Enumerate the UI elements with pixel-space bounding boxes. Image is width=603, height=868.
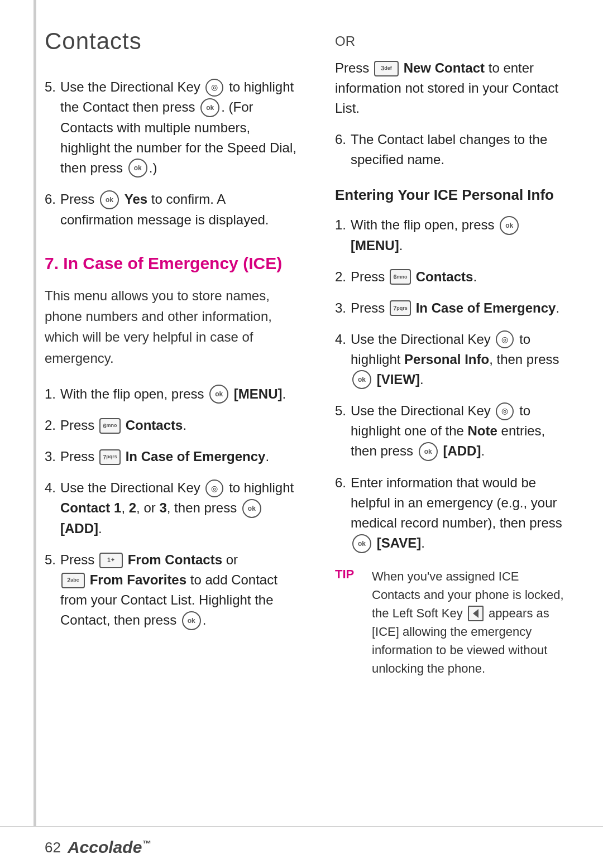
contact-2-label: 2 [129, 500, 136, 515]
menu-label: [MENU] [234, 386, 283, 401]
list-text: Use the Directional Key ◎ to highlight o… [351, 401, 570, 462]
section-heading-ice: 7. In Case of Emergency (ICE) [45, 252, 302, 274]
list-num: 2. [335, 267, 346, 287]
list-num: 6. [335, 473, 346, 554]
add-label-r: [ADD] [443, 443, 481, 458]
footer-page-number: 62 [45, 839, 61, 856]
from-favorites-label: From Favorites [90, 572, 186, 587]
new-contact-label: New Contact [404, 60, 485, 75]
new-contact-text: Press 3def New Contact to enter informat… [335, 58, 570, 118]
directional-key-icon: ◎ [205, 79, 223, 97]
ok-button-icon-9: ok [419, 442, 438, 461]
list-text: Press 7pqrs In Case of Emergency. [351, 298, 570, 318]
footer-brand: Accolade™ [68, 838, 151, 857]
left-column: Contacts 5. Use the Directional Key ◎ Us… [45, 28, 302, 826]
list-text: Use the Directional Key ◎ to highlight C… [60, 478, 302, 539]
ok-button-icon-7: ok [500, 216, 519, 235]
contact-label: Contact 1 [60, 500, 121, 515]
list-num: 6. [335, 130, 346, 170]
right-list-item-4: 4. Use the Directional Key ◎ to highligh… [335, 329, 570, 390]
list-item-5: 5. Press 1✦ From Contacts or 2abc From F… [45, 550, 302, 631]
list-num: 1. [335, 215, 346, 256]
7pqrs-key-icon: 7pqrs [99, 449, 121, 465]
tip-section: TIP When you've assigned ICE Contacts an… [335, 567, 570, 678]
contacts-label: Contacts [126, 418, 183, 433]
right-list-item-3: 3. Press 7pqrs In Case of Emergency. [335, 298, 570, 318]
in-case-label-r: In Case of Emergency [416, 300, 556, 315]
list-item-1: 1. With the flip open, press ok [MENU]. [45, 384, 302, 405]
list-num: 5. [45, 77, 56, 178]
list-text: The Contact label changes to the specifi… [351, 130, 570, 170]
list-text: With the flip open, press ok [MENU]. [351, 215, 570, 256]
ok-button-icon: ok [200, 98, 219, 117]
menu-label-r: [MENU] [351, 238, 399, 253]
ok-button-icon-6: ok [182, 611, 201, 630]
note-label: Note [468, 423, 497, 438]
left-accent-bar [34, 0, 36, 826]
list-text: Use the Directional Key ◎ to highlight P… [351, 329, 570, 390]
directional-key-icon-r2: ◎ [496, 402, 514, 420]
subsection-heading: Entering Your ICE Personal Info [335, 186, 570, 204]
right-list-item-2: 2. Press 6mno Contacts. [335, 267, 570, 287]
list-item-3: 3. Press 7pqrs In Case of Emergency. [45, 447, 302, 467]
right-list-item-6: 6. Enter information that would be helpf… [335, 473, 570, 554]
in-case-label: In Case of Emergency [126, 449, 266, 464]
list-num: 4. [45, 478, 56, 539]
list-text: Press 6mno Contacts. [351, 267, 570, 287]
ok-button-icon-8: ok [352, 370, 371, 389]
list-item-5-continuing: 5. Use the Directional Key ◎ Use the Dir… [45, 77, 302, 178]
list-text: Press ok Yes to confirm. A confirmation … [60, 189, 302, 230]
list-num: 5. [335, 401, 346, 462]
contact-3-label: 3 [159, 500, 166, 515]
section-intro: This menu allows you to store names, pho… [45, 285, 302, 368]
6mno-key-icon: 6mno [99, 418, 121, 434]
list-num: 2. [45, 415, 56, 435]
ok-button-icon-4: ok [209, 385, 228, 404]
save-label: [SAVE] [377, 535, 422, 550]
list-item-6-right: 6. The Contact label changes to the spec… [335, 130, 570, 170]
list-text: Press 7pqrs In Case of Emergency. [60, 447, 302, 467]
personal-info-label: Personal Info [404, 352, 489, 367]
page-title: Contacts [45, 28, 302, 55]
list-num: 4. [335, 329, 346, 390]
list-text: Press 6mno Contacts. [60, 415, 302, 435]
list-num: 3. [335, 298, 346, 318]
list-num: 5. [45, 550, 56, 631]
yes-label: Yes [125, 191, 147, 207]
page-container: Contacts 5. Use the Directional Key ◎ Us… [0, 0, 603, 868]
list-num: 3. [45, 447, 56, 467]
list-text: With the flip open, press ok [MENU]. [60, 384, 302, 405]
list-text: Press 1✦ From Contacts or 2abc From Favo… [60, 550, 302, 631]
directional-key-icon-2: ◎ [205, 479, 223, 497]
list-num: 6. [45, 189, 56, 230]
list-item-6-continuing: 6. Press ok Yes to confirm. A confirmati… [45, 189, 302, 230]
list-item-2: 2. Press 6mno Contacts. [45, 415, 302, 435]
contacts-label-r: Contacts [416, 269, 473, 284]
list-text: Enter information that would be helpful … [351, 473, 570, 554]
list-item-4: 4. Use the Directional Key ◎ to highligh… [45, 478, 302, 539]
ok-button-icon-10: ok [352, 534, 371, 553]
right-column: OR Press 3def New Contact to enter infor… [324, 28, 570, 826]
6mno-key-icon-r: 6mno [390, 269, 411, 285]
ok-button-icon-3: ok [100, 190, 119, 209]
content-area: Contacts 5. Use the Directional Key ◎ Us… [0, 0, 603, 826]
directional-key-icon-r: ◎ [496, 330, 514, 348]
right-list-item-5: 5. Use the Directional Key ◎ to highligh… [335, 401, 570, 462]
7pqrs-key-icon-r: 7pqrs [390, 300, 411, 316]
left-soft-key-icon [468, 606, 484, 621]
or-text: OR [335, 33, 570, 49]
from-contacts-label: From Contacts [128, 552, 222, 567]
footer: 62 Accolade™ [0, 826, 603, 868]
list-num: 1. [45, 384, 56, 405]
ok-button-icon-2: ok [128, 159, 147, 178]
2abc-key-icon: 2abc [61, 573, 85, 588]
ok-button-icon-5: ok [242, 499, 261, 518]
tip-label: TIP [335, 567, 363, 678]
tip-text: When you've assigned ICE Contacts and yo… [372, 567, 570, 678]
add-label: [ADD] [60, 521, 98, 536]
view-label: [VIEW] [377, 372, 420, 387]
right-list-item-1: 1. With the flip open, press ok [MENU]. [335, 215, 570, 256]
list-text: Use the Directional Key ◎ Use the Direct… [60, 77, 302, 178]
3def-key-icon: 3def [374, 61, 399, 76]
1-key-icon: 1✦ [99, 553, 123, 568]
